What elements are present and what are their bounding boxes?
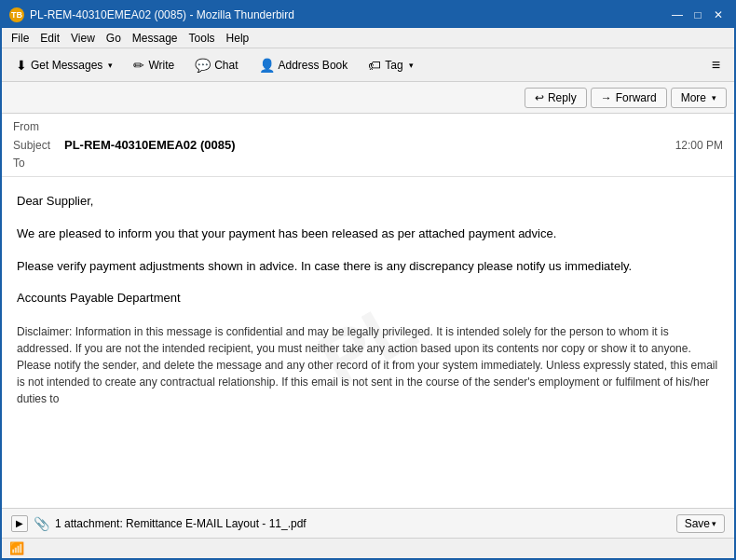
close-button[interactable]: ✕ — [710, 7, 727, 22]
subject-value: PL-REM-40310EMEA02 (0085) — [64, 138, 236, 152]
address-book-button[interactable]: 👤 Address Book — [251, 54, 357, 76]
tag-button[interactable]: 🏷 Tag ▾ — [360, 54, 421, 76]
maximize-button[interactable]: □ — [689, 7, 706, 22]
paragraph3: Accounts Payable Department — [17, 289, 719, 308]
menu-view[interactable]: View — [65, 30, 101, 47]
forward-label: Forward — [616, 91, 657, 104]
attachment-left: ▶ 📎 1 attachment: Remittance E-MAIL Layo… — [11, 515, 307, 532]
email-time: 12:00 PM — [675, 139, 723, 152]
more-arrow: ▾ — [712, 93, 716, 102]
write-button[interactable]: ✏ Write — [125, 54, 183, 76]
save-button[interactable]: Save ▾ — [676, 514, 725, 533]
menu-file[interactable]: File — [6, 30, 34, 47]
address-book-label: Address Book — [279, 59, 348, 72]
to-row: To — [13, 154, 723, 172]
attachment-clip-icon: 📎 — [34, 516, 49, 531]
get-messages-arrow: ▾ — [108, 61, 113, 70]
menu-help[interactable]: Help — [221, 30, 255, 47]
to-label: To — [13, 157, 64, 170]
status-icon: 📶 — [9, 541, 24, 555]
email-body: PL Dear Supplier, We are pleased to info… — [2, 177, 734, 508]
main-toolbar: ⬇ Get Messages ▾ ✏ Write 💬 Chat 👤 Addres… — [2, 48, 734, 82]
action-toolbar: ↩ Reply → Forward More ▾ — [2, 82, 734, 114]
app-window: TB PL-REM-40310EMEA02 (0085) - Mozilla T… — [0, 0, 736, 560]
get-messages-button[interactable]: ⬇ Get Messages ▾ — [7, 54, 121, 76]
menu-bar: File Edit View Go Message Tools Help — [2, 28, 734, 48]
disclaimer: Disclaimer: Information in this message … — [17, 323, 719, 407]
tag-icon: 🏷 — [368, 58, 381, 73]
reply-button[interactable]: ↩ Reply — [525, 88, 587, 108]
paragraph1: We are pleased to inform you that your p… — [17, 225, 719, 244]
attachment-bar: ▶ 📎 1 attachment: Remittance E-MAIL Layo… — [2, 508, 734, 538]
subject-label: Subject — [13, 139, 64, 152]
address-book-icon: 👤 — [259, 58, 275, 73]
tag-arrow: ▾ — [409, 61, 414, 70]
menu-edit[interactable]: Edit — [34, 30, 65, 47]
tag-label: Tag — [385, 59, 402, 72]
get-messages-icon: ⬇ — [16, 58, 27, 73]
subject-row: Subject PL-REM-40310EMEA02 (0085) 12:00 … — [13, 136, 723, 154]
from-label: From — [13, 120, 64, 133]
window-controls: — □ ✕ — [669, 7, 727, 22]
expand-button[interactable]: ▶ — [11, 515, 28, 532]
forward-icon: → — [601, 91, 612, 104]
save-arrow: ▾ — [712, 519, 716, 528]
get-messages-label: Get Messages — [31, 59, 102, 72]
menu-go[interactable]: Go — [101, 30, 127, 47]
write-label: Write — [148, 59, 174, 72]
reply-icon: ↩ — [535, 91, 544, 104]
greeting: Dear Supplier, — [17, 192, 719, 212]
email-header: From Subject PL-REM-40310EMEA02 (0085) 1… — [2, 114, 734, 177]
more-button[interactable]: More ▾ — [671, 88, 727, 108]
attachment-label: 1 attachment: Remittance E-MAIL Layout -… — [55, 517, 307, 530]
reply-label: Reply — [548, 91, 577, 104]
chat-button[interactable]: 💬 Chat — [186, 54, 246, 76]
forward-button[interactable]: → Forward — [591, 88, 667, 108]
paragraph2: Please verify payment adjustments shown … — [17, 257, 719, 277]
write-icon: ✏ — [133, 58, 144, 73]
save-label: Save — [685, 517, 710, 530]
from-row: From — [13, 117, 723, 136]
chat-icon: 💬 — [195, 58, 211, 73]
window-title: PL-REM-40310EMEA02 (0085) - Mozilla Thun… — [30, 8, 294, 21]
status-bar: 📶 — [2, 538, 734, 558]
email-content: Dear Supplier, We are pleased to inform … — [17, 192, 719, 407]
menu-message[interactable]: Message — [127, 30, 184, 47]
title-bar-left: TB PL-REM-40310EMEA02 (0085) - Mozilla T… — [9, 7, 294, 22]
minimize-button[interactable]: — — [669, 7, 686, 22]
menu-tools[interactable]: Tools — [184, 30, 221, 47]
hamburger-button[interactable]: ≡ — [703, 53, 729, 77]
chat-label: Chat — [214, 59, 238, 72]
title-bar: TB PL-REM-40310EMEA02 (0085) - Mozilla T… — [2, 2, 734, 28]
app-icon: TB — [9, 7, 24, 22]
more-label: More — [681, 91, 706, 104]
